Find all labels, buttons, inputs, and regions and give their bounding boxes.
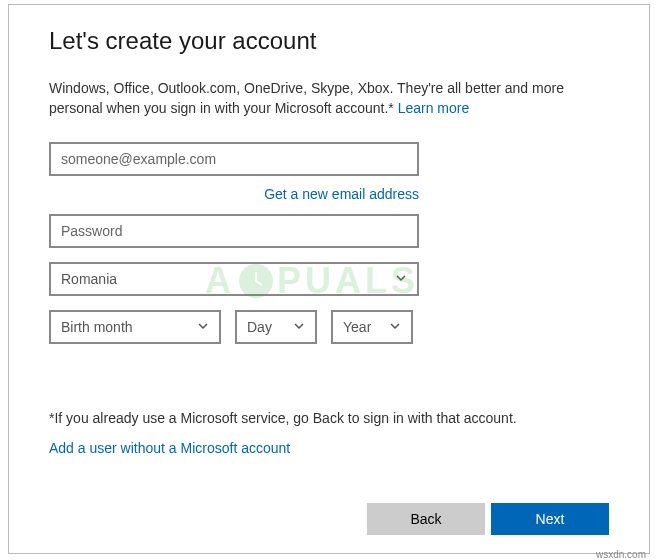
page-title: Let's create your account	[49, 27, 609, 55]
chevron-down-icon	[389, 320, 401, 335]
create-account-dialog: Let's create your account Windows, Offic…	[8, 4, 650, 554]
add-user-without-ms-link[interactable]: Add a user without a Microsoft account	[49, 440, 290, 456]
chevron-down-icon	[395, 272, 407, 287]
attribution-text: wsxdn.com	[596, 549, 646, 560]
country-value: Romania	[61, 271, 117, 287]
birth-year-select[interactable]: Year	[331, 310, 413, 344]
get-email-row: Get a new email address	[49, 176, 419, 214]
description-text: Windows, Office, Outlook.com, OneDrive, …	[49, 79, 609, 118]
birth-day-select[interactable]: Day	[235, 310, 317, 344]
country-select[interactable]: Romania	[49, 262, 419, 296]
birth-month-select[interactable]: Birth month	[49, 310, 221, 344]
button-row: Back Next	[367, 503, 609, 535]
description-body: Windows, Office, Outlook.com, OneDrive, …	[49, 80, 564, 116]
password-field[interactable]	[49, 214, 419, 248]
email-field[interactable]	[49, 142, 419, 176]
back-button[interactable]: Back	[367, 503, 485, 535]
birth-year-value: Year	[343, 319, 371, 335]
birth-month-value: Birth month	[61, 319, 133, 335]
form-area: Get a new email address Romania Birth mo…	[49, 142, 419, 358]
birth-day-value: Day	[247, 319, 272, 335]
get-new-email-link[interactable]: Get a new email address	[264, 186, 419, 202]
birthdate-row: Birth month Day Year	[49, 310, 419, 358]
chevron-down-icon	[293, 320, 305, 335]
chevron-down-icon	[197, 320, 209, 335]
footnote-text: *If you already use a Microsoft service,…	[49, 410, 609, 426]
learn-more-link[interactable]: Learn more	[398, 100, 470, 116]
next-button[interactable]: Next	[491, 503, 609, 535]
